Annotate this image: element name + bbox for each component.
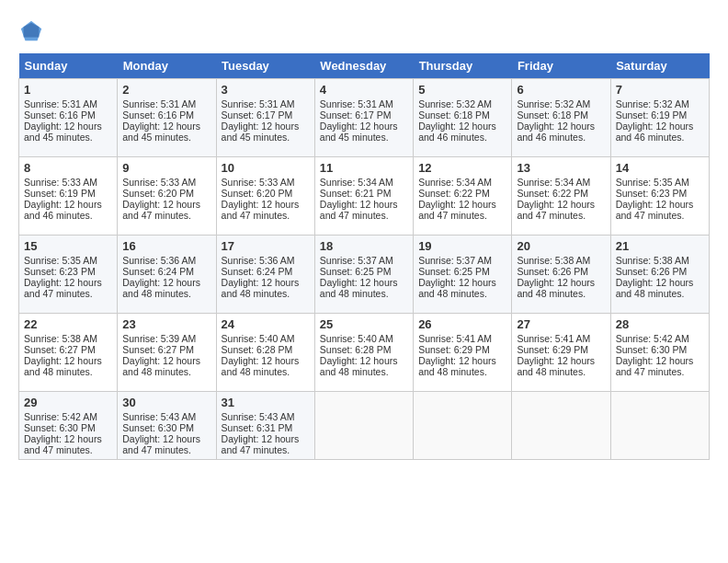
day-info: Sunset: 6:23 PM [616,188,688,199]
day-info: and 47 minutes. [122,210,191,221]
day-info: Daylight: 12 hours [418,199,496,210]
day-info: Daylight: 12 hours [24,355,102,366]
day-number: 29 [24,396,112,409]
day-info: Daylight: 12 hours [616,121,694,132]
day-info: and 47 minutes. [222,444,290,455]
table-cell: 7Sunrise: 5:32 AMSunset: 6:19 PMDaylight… [610,79,709,157]
day-info: and 48 minutes. [418,288,487,299]
day-info: Sunrise: 5:36 AM [222,255,295,266]
day-number: 16 [122,239,210,253]
table-cell: 19Sunrise: 5:37 AMSunset: 6:25 PMDayligh… [414,236,512,314]
day-number: 8 [24,161,112,175]
day-info: Sunset: 6:21 PM [320,188,392,199]
col-tuesday: Tuesday [216,53,314,79]
day-info: and 48 minutes. [122,288,191,299]
table-cell: 14Sunrise: 5:35 AMSunset: 6:23 PMDayligh… [610,157,709,236]
day-info: Sunset: 6:28 PM [320,344,392,355]
day-number: 27 [517,317,605,331]
day-info: Sunset: 6:19 PM [24,188,96,199]
day-info: Sunset: 6:31 PM [222,422,293,433]
day-info: Sunset: 6:25 PM [418,266,490,277]
day-number: 12 [418,161,506,175]
day-info: Daylight: 12 hours [24,433,102,444]
day-number: 25 [320,317,408,331]
day-number: 4 [320,83,408,97]
day-info: Sunrise: 5:34 AM [418,177,492,188]
day-number: 30 [122,396,210,409]
day-info: Sunset: 6:22 PM [517,188,588,199]
day-info: Daylight: 12 hours [320,277,398,288]
table-cell: 6Sunrise: 5:32 AMSunset: 6:18 PMDaylight… [512,79,610,157]
logo-icon [18,18,44,44]
day-info: and 47 minutes. [616,210,685,221]
col-saturday: Saturday [610,53,709,79]
day-info: and 47 minutes. [222,210,290,221]
day-info: Daylight: 12 hours [222,277,300,288]
day-info: Sunset: 6:29 PM [418,344,490,355]
calendar-table: Sunday Monday Tuesday Wednesday Thursday… [18,53,710,460]
day-number: 11 [320,161,408,175]
day-info: Sunset: 6:29 PM [517,344,588,355]
day-number: 28 [616,317,704,331]
page-header [18,18,710,44]
day-number: 18 [320,239,408,253]
day-info: Daylight: 12 hours [616,355,694,366]
day-info: Daylight: 12 hours [320,121,398,132]
day-info: Daylight: 12 hours [418,121,496,132]
day-number: 3 [222,83,310,97]
day-info: Sunrise: 5:33 AM [222,177,295,188]
table-cell: 20Sunrise: 5:38 AMSunset: 6:26 PMDayligh… [512,236,610,314]
table-cell: 16Sunrise: 5:36 AMSunset: 6:24 PMDayligh… [118,236,216,314]
table-cell: 4Sunrise: 5:31 AMSunset: 6:17 PMDaylight… [314,79,413,157]
table-cell: 24Sunrise: 5:40 AMSunset: 6:28 PMDayligh… [216,314,314,392]
day-info: and 47 minutes. [418,210,487,221]
day-info: Sunset: 6:30 PM [122,422,194,433]
day-info: Sunset: 6:26 PM [616,266,688,277]
day-info: Daylight: 12 hours [418,277,496,288]
table-cell: 1Sunrise: 5:31 AMSunset: 6:16 PMDaylight… [19,79,118,157]
day-info: and 46 minutes. [418,132,487,143]
table-cell: 15Sunrise: 5:35 AMSunset: 6:23 PMDayligh… [19,236,118,314]
day-number: 2 [122,83,210,97]
day-number: 5 [418,83,506,97]
day-info: Daylight: 12 hours [122,355,200,366]
day-info: Sunrise: 5:35 AM [616,177,689,188]
table-cell: 22Sunrise: 5:38 AMSunset: 6:27 PMDayligh… [19,314,118,392]
day-number: 6 [517,83,605,97]
day-info: Sunrise: 5:38 AM [24,333,97,344]
day-info: Sunset: 6:17 PM [222,109,293,121]
table-cell: 25Sunrise: 5:40 AMSunset: 6:28 PMDayligh… [314,314,413,392]
day-info: Sunrise: 5:31 AM [222,98,295,109]
day-info: Sunrise: 5:36 AM [122,255,196,266]
day-info: and 45 minutes. [122,132,191,143]
day-info: and 48 minutes. [418,366,487,377]
day-info: Sunset: 6:27 PM [122,344,194,355]
day-info: Sunset: 6:28 PM [222,344,293,355]
table-cell [414,392,512,460]
day-info: and 48 minutes. [616,288,685,299]
day-info: Sunrise: 5:40 AM [320,333,393,344]
day-info: Sunrise: 5:40 AM [222,333,295,344]
col-monday: Monday [118,53,216,79]
col-thursday: Thursday [414,53,512,79]
svg-marker-1 [24,23,40,38]
day-info: and 45 minutes. [222,132,290,143]
day-info: Sunrise: 5:43 AM [222,411,295,422]
day-info: Daylight: 12 hours [517,121,595,132]
day-info: and 48 minutes. [222,366,290,377]
day-number: 19 [418,239,506,253]
day-info: Sunset: 6:16 PM [24,109,96,121]
day-info: Sunrise: 5:32 AM [517,98,590,109]
day-info: Sunset: 6:24 PM [222,266,293,277]
day-info: and 48 minutes. [320,288,389,299]
day-info: and 45 minutes. [320,132,389,143]
day-info: Daylight: 12 hours [222,199,300,210]
table-cell: 18Sunrise: 5:37 AMSunset: 6:25 PMDayligh… [314,236,413,314]
day-info: Sunrise: 5:39 AM [122,333,196,344]
day-number: 31 [222,396,310,409]
day-info: and 48 minutes. [24,366,93,377]
day-info: Sunset: 6:22 PM [418,188,490,199]
day-info: and 46 minutes. [24,210,93,221]
day-info: and 47 minutes. [24,288,93,299]
day-info: Daylight: 12 hours [122,433,200,444]
